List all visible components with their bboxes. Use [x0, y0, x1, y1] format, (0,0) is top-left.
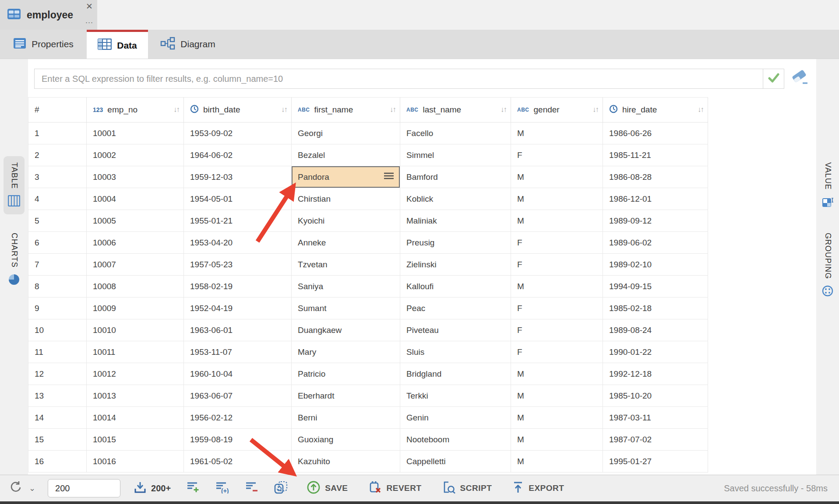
column-header-emp_no[interactable]: 123emp_no↓↑ [87, 97, 184, 122]
cell-first_name[interactable]: Berni [292, 407, 400, 429]
cell-emp_no[interactable]: 10016 [87, 451, 184, 472]
cell-birth_date[interactable]: 1964-06-02 [184, 144, 292, 166]
refresh-rows-button[interactable] [274, 481, 288, 496]
add-row-button[interactable] [187, 481, 200, 495]
cell-first_name[interactable]: Guoxiang [292, 429, 400, 451]
duplicate-row-button[interactable]: (+) [215, 481, 229, 495]
cell-birth_date[interactable]: 1953-04-20 [184, 232, 292, 254]
cell-first_name[interactable]: Duangkaew [292, 319, 400, 341]
cell-last_name[interactable]: Terkki [400, 385, 511, 407]
cell-last_name[interactable]: Cappelletti [400, 451, 511, 472]
editor-tab-employee[interactable]: employee [0, 0, 97, 30]
cell-hire_date[interactable]: 1986-06-26 [603, 122, 708, 144]
cell-first_name[interactable]: Mary [292, 341, 400, 363]
cell-last_name[interactable]: Maliniak [400, 210, 511, 232]
column-header-first_name[interactable]: ABCfirst_name↓↑ [292, 97, 400, 122]
cell-birth_date[interactable]: 1955-01-21 [184, 210, 292, 232]
cell-gender[interactable]: F [511, 144, 603, 166]
cell-last_name[interactable]: Sluis [400, 341, 511, 363]
row-number[interactable]: 1 [28, 122, 87, 144]
cell-gender[interactable]: M [511, 429, 603, 451]
cell-birth_date[interactable]: 1953-11-07 [184, 341, 292, 363]
cell-last_name[interactable]: Zielinski [400, 254, 511, 276]
tab-properties[interactable]: Properties [0, 30, 87, 59]
cell-last_name[interactable]: Simmel [400, 144, 511, 166]
cell-last_name[interactable]: Peac [400, 298, 511, 319]
cell-last_name[interactable]: Kalloufi [400, 276, 511, 298]
row-number[interactable]: 5 [28, 210, 87, 232]
cell-emp_no[interactable]: 10002 [87, 144, 184, 166]
cell-emp_no[interactable]: 10005 [87, 210, 184, 232]
sort-icon[interactable]: ↓↑ [281, 105, 291, 114]
cell-gender[interactable]: M [511, 407, 603, 429]
cell-hire_date[interactable]: 1995-01-27 [603, 451, 708, 472]
cell-emp_no[interactable]: 10009 [87, 298, 184, 319]
tab-data[interactable]: Data [87, 30, 148, 59]
revert-button[interactable]: REVERT [368, 480, 422, 496]
cell-last_name[interactable]: Koblick [400, 188, 511, 210]
cell-hire_date[interactable]: 1990-01-22 [603, 341, 708, 363]
row-number[interactable]: 3 [28, 166, 87, 188]
cell-emp_no[interactable]: 10012 [87, 363, 184, 385]
tab-diagram[interactable]: Diagram [148, 30, 228, 59]
cell-hire_date[interactable]: 1986-08-28 [603, 166, 708, 188]
cell-hire_date[interactable]: 1986-12-01 [603, 188, 708, 210]
cell-first_name[interactable]: Sumant [292, 298, 400, 319]
cell-last_name[interactable]: Bridgland [400, 363, 511, 385]
sort-icon[interactable]: ↓↑ [698, 105, 708, 114]
apply-filter-button[interactable] [763, 69, 784, 89]
column-header-birth_date[interactable]: birth_date↓↑ [184, 97, 292, 122]
cell-hire_date[interactable]: 1985-02-18 [603, 298, 708, 319]
sql-filter-input[interactable] [34, 69, 763, 89]
selected-cell[interactable]: Pandora [292, 166, 400, 188]
cell-hire_date[interactable]: 1989-09-12 [603, 210, 708, 232]
row-number[interactable]: 15 [28, 429, 87, 451]
cell-emp_no[interactable]: 10001 [87, 122, 184, 144]
cell-hire_date[interactable]: 1989-02-10 [603, 254, 708, 276]
row-number[interactable]: 4 [28, 188, 87, 210]
close-tab-icon[interactable]: ✕ [86, 1, 93, 11]
cell-last_name[interactable]: Piveteau [400, 319, 511, 341]
row-number[interactable]: 2 [28, 144, 87, 166]
row-number[interactable]: 16 [28, 451, 87, 472]
cell-emp_no[interactable]: 10014 [87, 407, 184, 429]
cell-hire_date[interactable]: 1994-09-15 [603, 276, 708, 298]
cell-first_name[interactable]: Eberhardt [292, 385, 400, 407]
cell-first_name[interactable]: Anneke [292, 232, 400, 254]
column-header-last_name[interactable]: ABClast_name↓↑ [400, 97, 511, 122]
row-limit-input[interactable] [48, 479, 120, 497]
cell-gender[interactable]: M [511, 276, 603, 298]
cell-first_name[interactable]: Patricio [292, 363, 400, 385]
column-header-gender[interactable]: ABCgender↓↑ [511, 97, 603, 122]
cell-last_name[interactable]: Facello [400, 122, 511, 144]
cell-birth_date[interactable]: 1953-09-02 [184, 122, 292, 144]
sort-icon[interactable]: ↓↑ [501, 105, 511, 114]
cell-gender[interactable]: F [511, 341, 603, 363]
row-number[interactable]: 10 [28, 319, 87, 341]
tab-menu-dots-icon[interactable]: … [85, 16, 94, 25]
fetch-next-page-button[interactable]: 200+ [134, 481, 171, 495]
panel-grouping[interactable]: GROUPING [818, 227, 837, 304]
cell-first_name[interactable]: Chirstian [292, 188, 400, 210]
cell-emp_no[interactable]: 10007 [87, 254, 184, 276]
cell-emp_no[interactable]: 10008 [87, 276, 184, 298]
cell-gender[interactable]: M [511, 188, 603, 210]
cell-last_name[interactable]: Bamford [400, 166, 511, 188]
row-number[interactable]: 11 [28, 341, 87, 363]
cell-birth_date[interactable]: 1960-10-04 [184, 363, 292, 385]
cell-hire_date[interactable]: 1987-07-02 [603, 429, 708, 451]
cell-emp_no[interactable]: 10004 [87, 188, 184, 210]
cell-gender[interactable]: F [511, 232, 603, 254]
cell-first_name[interactable]: Saniya [292, 276, 400, 298]
cell-birth_date[interactable]: 1959-12-03 [184, 166, 292, 188]
cell-hire_date[interactable]: 1987-03-11 [603, 407, 708, 429]
row-number[interactable]: 7 [28, 254, 87, 276]
refresh-button[interactable]: ⌄ [9, 481, 35, 496]
cell-gender[interactable]: M [511, 166, 603, 188]
row-number[interactable]: 12 [28, 363, 87, 385]
cell-last_name[interactable]: Genin [400, 407, 511, 429]
cell-gender[interactable]: F [511, 254, 603, 276]
panel-value[interactable]: VALUE [818, 156, 837, 216]
cell-emp_no[interactable]: 10011 [87, 341, 184, 363]
row-number[interactable]: 6 [28, 232, 87, 254]
